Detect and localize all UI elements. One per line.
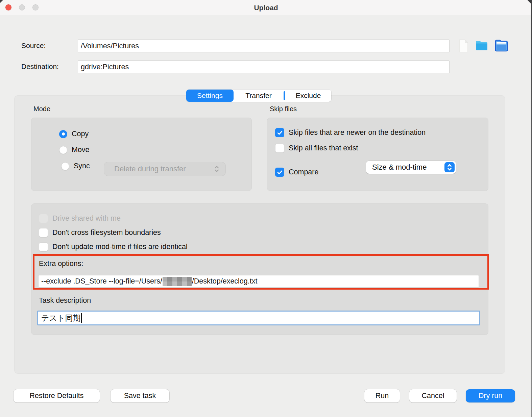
move-label: Move [72,146,90,154]
new-file-icon[interactable] [458,39,469,54]
text-caret [81,313,82,323]
skip-group-title: Skip files [270,105,297,113]
tab-transfer[interactable]: Transfer [234,90,284,102]
extra-options-label: Extra options: [39,260,83,268]
delete-during-transfer-dropdown: Delete during transfer [104,162,226,176]
mode-move-option[interactable]: Move [59,146,90,154]
mode-sync-option[interactable]: Sync [61,162,90,170]
compare-checkbox[interactable] [275,168,284,177]
window-title: Upload [0,0,532,15]
drive-shared-label: Drive shared with me [52,214,121,223]
tab-exclude[interactable]: Exclude [285,90,331,102]
tab-bar: Settings Transfer Exclude [186,90,331,102]
drive-shared-row: Drive shared with me [39,214,121,223]
source-input[interactable]: /Volumes/Pictures [78,40,450,52]
destination-input[interactable]: gdrive:Pictures [78,60,450,73]
dry-run-button[interactable]: Dry run [466,389,515,402]
skip-newer-row[interactable]: Skip files that are newer on the destina… [275,128,426,137]
task-description-label: Task description [39,296,91,305]
check-icon [276,129,283,136]
no-update-modtime-checkbox[interactable] [39,242,48,251]
no-cross-fs-label: Don't cross filesystem boundaries [52,228,161,237]
radio-copy[interactable] [59,130,67,138]
tab-settings[interactable]: Settings [186,90,234,102]
updown-chevron-icon [447,163,452,172]
mode-groupbox: Copy Move Sync Delete during transfer [31,118,252,191]
skip-groupbox: Skip files that are newer on the destina… [267,118,488,191]
destination-label: Destination: [21,63,59,71]
skip-newer-label: Skip files that are newer on the destina… [289,128,426,137]
extra-options-value-prefix: --exclude .DS_Store --log-file=/Users/ [41,277,162,286]
upload-dialog: Upload Source: /Volumes/Pictures Destina… [0,0,532,417]
title-bar: Upload [0,0,532,15]
skip-exist-row[interactable]: Skip all files that exist [275,144,358,153]
copy-label: Copy [72,130,89,138]
check-icon [276,169,283,176]
settings-panel: Mode Copy Move Sync Delete during transf… [15,96,505,373]
skip-exist-label: Skip all files that exist [289,144,358,152]
drive-shared-checkbox [39,214,48,223]
compare-row[interactable]: Compare [275,168,318,177]
radio-sync[interactable] [61,162,69,170]
compare-mode-dropdown[interactable]: Size & mod-time [366,161,456,174]
skip-exist-checkbox[interactable] [275,144,284,153]
save-task-button[interactable]: Save task [111,389,169,402]
compare-label: Compare [289,168,318,176]
delete-dropdown-value: Delete during transfer [114,165,186,173]
window-corner-top-left [0,0,3,3]
mode-group-title: Mode [33,105,50,113]
run-button[interactable]: Run [364,389,400,402]
no-cross-fs-checkbox[interactable] [39,228,48,237]
choose-folder-icon[interactable] [475,40,488,53]
radio-move[interactable] [59,146,67,154]
restore-defaults-button[interactable]: Restore Defaults [14,389,100,402]
cancel-button[interactable]: Cancel [409,389,457,402]
window-corner-top-right [527,0,532,5]
task-description-value: テスト同期 [41,313,81,323]
mode-copy-option[interactable]: Copy [59,130,89,138]
no-update-modtime-row[interactable]: Don't update mod-time if files are ident… [39,242,188,251]
options-groupbox: Drive shared with me Don't cross filesys… [31,203,488,335]
skip-newer-checkbox[interactable] [275,128,284,137]
source-label: Source: [21,42,46,50]
no-cross-fs-row[interactable]: Don't cross filesystem boundaries [39,228,161,237]
extra-options-input[interactable]: --exclude .DS_Store --log-file=/Users//D… [38,275,479,288]
popup-chevron-button [444,162,455,172]
sync-label: Sync [74,162,90,170]
redacted-username [163,277,192,286]
browse-remote-folder-icon[interactable] [494,39,508,54]
extra-options-value-suffix: /Desktop/execlog.txt [192,277,258,286]
no-update-modtime-label: Don't update mod-time if files are ident… [52,243,188,251]
compare-mode-value: Size & mod-time [372,163,427,172]
task-description-input[interactable]: テスト同期 [37,311,480,325]
updown-chevron-icon [214,165,219,173]
